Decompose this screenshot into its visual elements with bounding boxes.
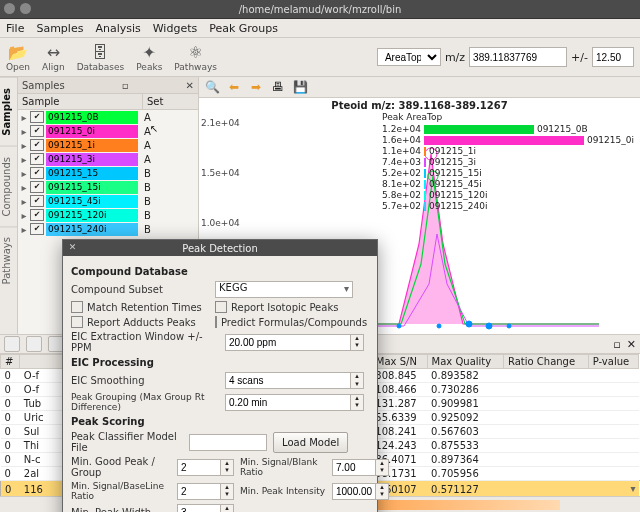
pm-label: +/- [571, 51, 588, 64]
sample-row[interactable]: ▸✔091215_120iB [18, 208, 198, 222]
tbl-btn-1[interactable] [4, 336, 20, 352]
menu-peak-groups[interactable]: Peak Groups [209, 22, 278, 35]
sample-row[interactable]: ▸✔091215_3iA [18, 152, 198, 166]
sidetab-compounds[interactable]: Compounds [0, 146, 17, 227]
samples-panel-title: Samples [22, 80, 65, 91]
legend-item: 7.4e+03091215_3i [382, 157, 634, 168]
legend-item: 5.2e+02091215_15i [382, 168, 634, 179]
sample-row[interactable]: ▸✔091215_45iB [18, 194, 198, 208]
mz-input[interactable] [469, 47, 567, 67]
open-button[interactable]: 📂Open [6, 43, 30, 72]
section-peak-scoring: Peak Scoring [71, 416, 369, 427]
compound-subset-label: Compound Subset [71, 284, 209, 295]
section-compound-db: Compound Database [71, 266, 369, 277]
legend-item: 1.2e+04091215_0B [382, 124, 634, 135]
sidetab-pathways[interactable]: Pathways [0, 226, 17, 294]
save-icon[interactable]: 💾 [293, 80, 307, 94]
report-iso-checkbox[interactable] [215, 301, 227, 313]
legend-item: 1.1e+04091215_1i [382, 146, 634, 157]
dialog-title: Peak Detection [182, 243, 258, 254]
sample-row[interactable]: ▸✔091215_0iA [18, 124, 198, 138]
chart-title: Pteoid m/z: 389.1168-389.1267 [199, 98, 640, 111]
min-signal-blank-input[interactable] [332, 459, 376, 476]
predict-formulas-checkbox[interactable] [215, 316, 217, 328]
col-set[interactable]: Set [143, 94, 198, 109]
zoom-icon[interactable]: 🔍 [205, 80, 219, 94]
sample-row[interactable]: ▸✔091215_0BA [18, 110, 198, 124]
report-adducts-checkbox[interactable] [71, 316, 83, 328]
close-icon[interactable]: ✕ [186, 80, 194, 91]
window-title: /home/melamud/work/mzroll/bin [239, 4, 402, 15]
eic-smoothing-label: EIC Smoothing [71, 375, 219, 386]
menubar: FileSamplesAnalysisWidgetsPeak Groups [0, 19, 640, 38]
undock-icon[interactable]: ▫ [613, 338, 620, 351]
eic-smoothing-input[interactable] [225, 372, 351, 389]
peaks-button[interactable]: ✦Peaks [136, 43, 162, 72]
legend-item: 5.7e+02091215_240i [382, 201, 634, 212]
print-icon[interactable]: 🖶 [271, 80, 285, 94]
menu-widgets[interactable]: Widgets [153, 22, 197, 35]
window-titlebar: /home/melamud/work/mzroll/bin [0, 0, 640, 19]
menu-file[interactable]: File [6, 22, 24, 35]
sample-row[interactable]: ▸✔091215_1iA [18, 138, 198, 152]
pathways-button[interactable]: ⚛Pathways [174, 43, 217, 72]
sidetab-samples[interactable]: Samples [0, 77, 17, 146]
mz-bar: AreaTop m/z +/- [377, 47, 634, 67]
section-eic-processing: EIC Processing [71, 357, 369, 368]
intensity-mode-select[interactable]: AreaTop [377, 48, 441, 66]
sample-row[interactable]: ▸✔091215_15B [18, 166, 198, 180]
min-peak-intensity-input[interactable] [332, 483, 376, 500]
mz-label: m/z [445, 51, 465, 64]
align-button[interactable]: ↔Align [42, 43, 65, 72]
undock-icon[interactable]: ▫ [122, 80, 129, 91]
forward-icon[interactable]: ➡ [249, 80, 263, 94]
min-signal-baseline-input[interactable] [177, 483, 221, 500]
window-min-icon[interactable] [20, 3, 31, 14]
group-rt-input[interactable] [225, 394, 351, 411]
chart-legend: Peak AreaTop 1.2e+04091215_0B1.6e+040912… [382, 112, 634, 212]
svg-point-5 [486, 323, 492, 329]
min-peak-width-input[interactable] [177, 504, 221, 512]
col-header[interactable]: Ratio Change [503, 355, 588, 369]
sample-row[interactable]: ▸✔091215_15iB [18, 180, 198, 194]
match-rt-checkbox[interactable] [71, 301, 83, 313]
svg-point-3 [437, 324, 441, 328]
compound-subset-select[interactable]: KEGG [215, 281, 353, 298]
col-sample[interactable]: Sample [18, 94, 143, 109]
close-icon[interactable]: ✕ [627, 338, 636, 351]
svg-point-6 [507, 324, 511, 328]
window-close-icon[interactable] [4, 3, 15, 14]
sample-row[interactable]: ▸✔091215_240iB [18, 222, 198, 236]
model-file-label: Peak Classifier Model File [71, 431, 183, 453]
peak-detection-dialog: ✕ Peak Detection Compound Database Compo… [62, 239, 378, 512]
back-icon[interactable]: ⬅ [227, 80, 241, 94]
load-model-button[interactable]: Load Model [273, 432, 348, 453]
eic-window-input[interactable] [225, 334, 351, 351]
min-good-peak-input[interactable] [177, 459, 221, 476]
svg-point-4 [466, 321, 472, 327]
col-header[interactable]: # [1, 355, 20, 369]
ppm-input[interactable] [592, 47, 634, 67]
main-toolbar: 📂Open↔Align🗄Databases✦Peaks⚛Pathways Are… [0, 38, 640, 77]
tbl-btn-2[interactable] [26, 336, 42, 352]
legend-item: 1.6e+04091215_0i [382, 135, 634, 146]
dialog-close-icon[interactable]: ✕ [67, 242, 78, 253]
col-header[interactable]: P-value [588, 355, 639, 369]
menu-analysis[interactable]: Analysis [95, 22, 140, 35]
model-file-input[interactable] [189, 434, 267, 451]
col-header[interactable]: Max Quality [427, 355, 503, 369]
databases-button[interactable]: 🗄Databases [77, 43, 125, 72]
menu-samples[interactable]: Samples [36, 22, 83, 35]
group-rt-label: Peak Grouping (Max Group Rt Difference) [71, 392, 219, 412]
eic-window-label: EIC Extraction Window +/- PPM [71, 331, 219, 353]
legend-item: 8.1e+02091215_45i [382, 179, 634, 190]
chart-toolbar: 🔍 ⬅ ➡ 🖶 💾 [199, 77, 640, 98]
legend-item: 5.8e+02091215_120i [382, 190, 634, 201]
svg-point-2 [397, 324, 401, 328]
col-header[interactable]: Max S/N [371, 355, 427, 369]
